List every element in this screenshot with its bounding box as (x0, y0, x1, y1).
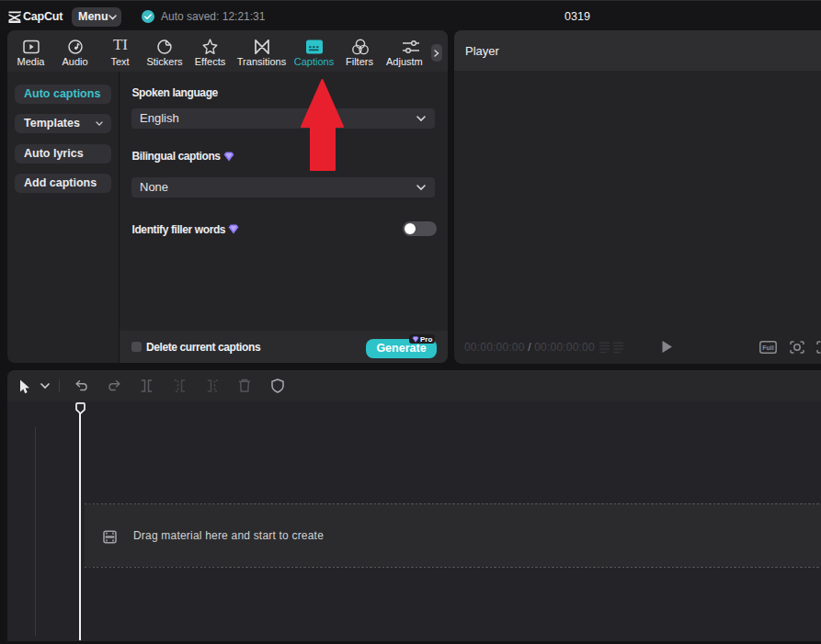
svg-text:Full: Full (762, 345, 773, 351)
